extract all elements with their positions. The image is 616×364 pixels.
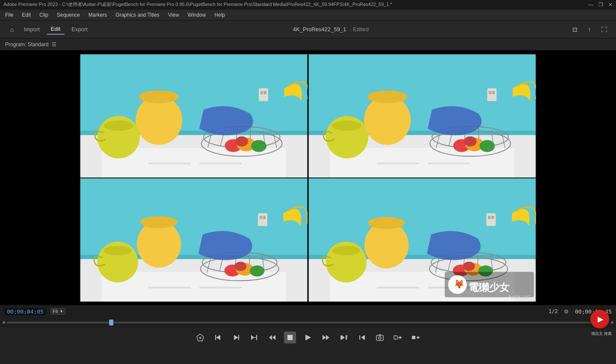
maximize-button[interactable]: ❐ [598,2,603,8]
playback-circle-button[interactable]: ▶ [590,310,609,328]
monitor-icon: ⊡ [572,26,578,33]
ripple-trim-prev-button[interactable] [338,331,350,343]
program-label: Program: Standard ☰ [0,38,616,50]
snapshot-button[interactable] [374,331,386,343]
bottom-controls: 00;00;04;05 Fit ▼ 1/2 ⚙ 00;00;23;45 [0,305,616,364]
menu-window[interactable]: Window [184,11,210,19]
svg-marker-130 [400,336,402,339]
window-title: Adobe Premiere Pro 2023 - C:\使用者\Aotter-… [3,1,588,8]
step-back-button[interactable] [212,331,224,343]
svg-point-43 [480,140,495,152]
svg-rect-46 [489,91,492,94]
play-button[interactable] [302,331,314,343]
home-button[interactable]: ⌂ [7,24,17,35]
fullscreen-button[interactable]: ⛶ [599,24,609,35]
panel-menu-icon[interactable]: ☰ [52,41,56,47]
video-cell-top-left [80,54,308,178]
share-button[interactable]: ↑ [584,24,595,35]
add-marker-icon [196,333,204,342]
svg-point-97 [332,246,360,255]
ripple-trim-next-icon [358,334,366,341]
svg-rect-93 [486,213,496,226]
go-to-in-button[interactable] [248,331,260,343]
svg-point-19 [235,136,248,146]
menu-help[interactable]: Help [211,11,228,19]
fast-forward-button[interactable] [320,331,332,343]
svg-marker-106 [216,335,220,340]
video-frame-br: 🦊 電獺少女 [308,178,536,302]
close-button[interactable]: ✕ [608,2,613,8]
current-timecode[interactable]: 00;00;04;05 [4,308,46,315]
step-forward-icon [232,334,240,341]
home-icon: ⌂ [10,26,14,33]
svg-rect-55 [199,287,242,288]
edited-status: - Edited [349,26,369,33]
svg-point-57 [140,216,178,228]
menu-clip[interactable]: Clip [36,11,52,19]
video-frame-tr [308,54,536,178]
svg-marker-108 [234,335,238,340]
snapshot-icon [376,334,384,341]
svg-rect-125 [376,335,383,340]
svg-rect-69 [258,213,267,226]
ripple-trim-next-button[interactable] [356,331,368,343]
menu-graphics-titles[interactable]: Graphics and Titles [112,11,163,19]
svg-rect-111 [256,335,257,340]
svg-rect-47 [492,91,495,94]
settings-icon-button[interactable]: ⚙ [562,307,571,316]
video-cell-bottom-left [80,178,308,302]
svg-rect-45 [487,88,497,101]
svg-rect-131 [412,336,415,339]
stop-button[interactable] [284,331,296,343]
svg-point-73 [104,246,132,255]
svg-rect-114 [287,335,293,340]
nav-edit[interactable]: Edit [47,24,65,35]
svg-point-92 [463,261,475,271]
overwrite-button[interactable] [410,331,422,343]
svg-rect-107 [238,335,239,340]
title-bar: Adobe Premiere Pro 2023 - C:\使用者\Aotter-… [0,0,616,9]
minimize-button[interactable]: — [588,2,593,8]
step-forward-button[interactable] [230,331,242,343]
nav-import[interactable]: Import [20,24,44,34]
svg-rect-5 [199,163,242,164]
svg-point-81 [368,217,405,229]
menu-edit[interactable]: Edit [18,11,34,19]
menu-markers[interactable]: Markers [85,11,110,19]
step-back-icon [214,334,222,341]
svg-marker-113 [272,335,275,340]
svg-rect-21 [261,91,263,94]
fit-select[interactable]: Fit ▼ [50,308,65,315]
rewind-button[interactable] [266,331,278,343]
fit-label: Fit [53,309,58,314]
play-icon [304,334,312,341]
svg-marker-117 [326,335,329,340]
scrubber-row [0,317,616,328]
svg-point-24 [104,120,133,130]
menu-bar: File Edit Clip Sequence Markers Graphics… [0,9,616,21]
scrubber-playhead[interactable] [109,320,113,326]
menu-file[interactable]: File [2,11,17,19]
playback-circle-play-icon: ▶ [598,314,604,324]
scrubber-track[interactable] [7,322,609,323]
program-text: Program: Standard [5,41,48,47]
time-row: 00;00;04;05 Fit ▼ 1/2 ⚙ 00;00;23;45 [0,305,616,317]
fullscreen-icon: ⛶ [601,26,607,33]
svg-point-67 [250,265,264,276]
video-frame-tl [80,54,308,178]
add-marker-button[interactable] [194,331,206,343]
insert-button[interactable] [392,331,404,343]
svg-point-32 [367,90,407,103]
svg-marker-123 [361,335,364,340]
svg-point-126 [379,337,381,339]
menu-view[interactable]: View [165,11,183,19]
menu-sequence[interactable]: Sequence [53,11,83,19]
svg-marker-112 [269,335,272,340]
svg-rect-124 [359,335,360,340]
svg-rect-78 [377,287,419,288]
ripple-trim-prev-icon [340,334,348,341]
nav-export[interactable]: Export [67,24,92,34]
monitor-icon-button[interactable]: ⊡ [570,24,580,35]
svg-rect-70 [260,216,262,219]
transport-row [0,328,616,347]
